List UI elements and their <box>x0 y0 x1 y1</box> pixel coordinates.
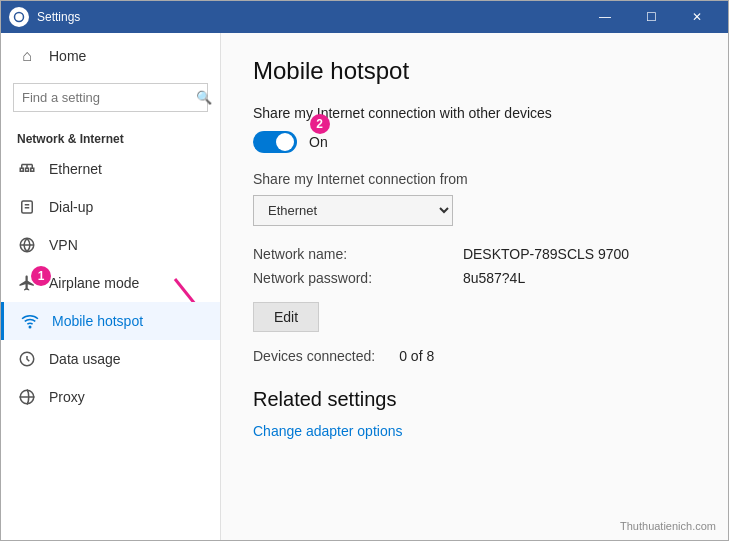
sidebar-item-airplane[interactable]: Airplane mode 1 <box>1 264 220 302</box>
watermark: Thuthuatienich.com <box>620 520 716 532</box>
datausage-icon <box>17 350 37 368</box>
hotspot-label: Mobile hotspot <box>52 313 143 329</box>
share-setting-row: Share my Internet connection with other … <box>253 105 696 153</box>
info-grid: Network name: DESKTOP-789SCLS 9700 Netwo… <box>253 246 696 286</box>
ethernet-icon <box>17 160 37 178</box>
badge-1: 1 <box>31 266 51 286</box>
datausage-label: Data usage <box>49 351 121 367</box>
section-label: Network & Internet <box>1 124 220 150</box>
dialup-icon <box>17 198 37 216</box>
close-button[interactable]: ✕ <box>674 1 720 33</box>
minimize-button[interactable]: — <box>582 1 628 33</box>
sidebar-item-hotspot[interactable]: Mobile hotspot <box>1 302 220 340</box>
devices-connected-key: Devices connected: <box>253 348 375 364</box>
badge-2: 2 <box>310 114 330 134</box>
hotspot-icon <box>20 312 40 330</box>
dropdown-row: Share my Internet connection from Ethern… <box>253 171 696 226</box>
proxy-label: Proxy <box>49 389 85 405</box>
search-icon: 🔍 <box>196 90 212 105</box>
home-icon: ⌂ <box>17 47 37 65</box>
search-box[interactable]: 🔍 <box>13 83 208 112</box>
svg-rect-1 <box>26 168 29 171</box>
network-name-val: DESKTOP-789SCLS 9700 <box>463 246 696 262</box>
proxy-icon <box>17 388 37 406</box>
sidebar: ⌂ Home 🔍 Network & Internet Ethernet <box>1 33 221 540</box>
titlebar: Settings — ☐ ✕ <box>1 1 728 33</box>
dialup-label: Dial-up <box>49 199 93 215</box>
toggle-thumb <box>276 133 294 151</box>
airplane-label: Airplane mode <box>49 275 139 291</box>
main-content: ⌂ Home 🔍 Network & Internet Ethernet <box>1 33 728 540</box>
share-from-label: Share my Internet connection from <box>253 171 696 187</box>
sidebar-item-proxy[interactable]: Proxy <box>1 378 220 416</box>
svg-point-14 <box>29 326 31 328</box>
toggle-row: On 2 <box>253 131 696 153</box>
main-panel: Mobile hotspot Share my Internet connect… <box>221 33 728 540</box>
window-controls: — ☐ ✕ <box>582 1 720 33</box>
sidebar-item-vpn[interactable]: VPN <box>1 226 220 264</box>
vpn-label: VPN <box>49 237 78 253</box>
settings-window: Settings — ☐ ✕ ⌂ Home 🔍 Network & Intern… <box>0 0 729 541</box>
search-input[interactable] <box>22 90 190 105</box>
edit-button[interactable]: Edit <box>253 302 319 332</box>
network-password-key: Network password: <box>253 270 439 286</box>
vpn-icon <box>17 236 37 254</box>
devices-connected-val: 0 of 8 <box>399 348 434 364</box>
home-label: Home <box>49 48 86 64</box>
app-icon <box>9 7 29 27</box>
maximize-button[interactable]: ☐ <box>628 1 674 33</box>
window-title: Settings <box>37 10 582 24</box>
related-settings-title: Related settings <box>253 388 696 411</box>
toggle-state-label: On <box>309 134 328 150</box>
sidebar-item-datausage[interactable]: Data usage <box>1 340 220 378</box>
share-toggle[interactable] <box>253 131 297 153</box>
connection-dropdown[interactable]: Ethernet Wi-Fi <box>253 195 453 226</box>
network-name-key: Network name: <box>253 246 439 262</box>
ethernet-label: Ethernet <box>49 161 102 177</box>
network-password-val: 8u587?4L <box>463 270 696 286</box>
devices-row: Devices connected: 0 of 8 <box>253 348 696 364</box>
svg-rect-2 <box>31 168 34 171</box>
svg-rect-0 <box>20 168 23 171</box>
sidebar-item-dialup[interactable]: Dial-up <box>1 188 220 226</box>
change-adapter-link[interactable]: Change adapter options <box>253 423 402 439</box>
sidebar-item-home[interactable]: ⌂ Home <box>1 33 220 79</box>
page-title: Mobile hotspot <box>253 57 696 85</box>
sidebar-item-ethernet[interactable]: Ethernet <box>1 150 220 188</box>
